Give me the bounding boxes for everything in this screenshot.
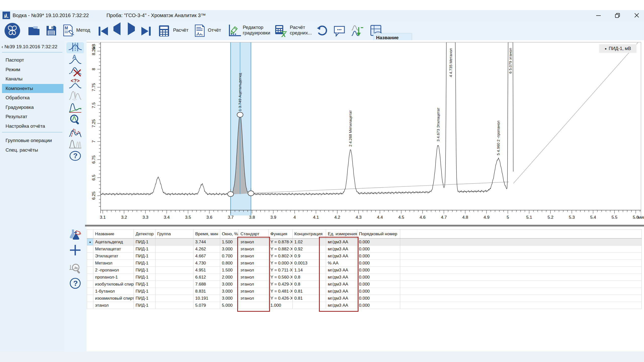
cell-1-4: 3.000 — [220, 246, 239, 253]
sidebar-item-5[interactable]: Градуировка — [2, 103, 63, 112]
cell-5-6: Y = 0.560·X — [269, 274, 293, 281]
x-tick-label: 4.2 — [334, 215, 340, 220]
butterfly-logo-icon — [5, 23, 20, 39]
row-marker — [87, 295, 93, 302]
help-button[interactable]: ? — [66, 151, 84, 162]
close-button[interactable] — [633, 12, 640, 19]
divider — [2, 52, 62, 53]
minimize-button[interactable] — [595, 12, 602, 19]
comment-button[interactable] — [334, 26, 345, 38]
calibration-editor-button[interactable] — [228, 24, 242, 38]
calculate-button-label[interactable]: Расчёт — [173, 27, 188, 33]
go-first-button[interactable] — [99, 27, 108, 36]
table-row-7[interactable]: 1-бутанолПИД-18.8313.000этанолY = 0.481·… — [87, 288, 642, 295]
cell-5-4: 2.000 — [220, 274, 239, 281]
table-row-3[interactable]: МетанолПИД-14.7300.800этанолY = 0.000·X0… — [87, 260, 642, 267]
split-peaks-button[interactable]: <|> — [66, 90, 84, 102]
peak-subtract-icon — [351, 25, 364, 38]
main-toolbar: M Метод — [0, 21, 644, 41]
report-button-label[interactable]: Отчёт — [208, 27, 221, 33]
cell-9-2 — [155, 302, 193, 309]
baseline-handle-left[interactable] — [228, 192, 234, 197]
sidebar-item-4[interactable]: Обработка — [2, 93, 63, 102]
row-marker — [87, 274, 93, 281]
overlay-peaks-button[interactable] — [66, 127, 84, 138]
component-tag-button[interactable] — [66, 230, 84, 241]
horizontal-splitter[interactable] — [85, 225, 644, 227]
cell-6-3: 7.688 — [193, 281, 220, 288]
find-peak-button[interactable] — [66, 115, 84, 126]
add-component-button[interactable] — [66, 245, 84, 256]
unknown-peak-icon: <?> — [69, 78, 82, 90]
help-button-2[interactable]: ? — [66, 278, 84, 289]
method-button[interactable]: M — [63, 24, 75, 38]
calc-means-button[interactable]: X — [275, 25, 288, 38]
column-header-4[interactable]: Окно, % — [220, 230, 239, 239]
cell-5-1: ПИД-1 — [134, 274, 155, 281]
compare-peaks-button[interactable] — [66, 139, 84, 150]
calibration-editor-label[interactable]: Редакторградуировки — [243, 25, 270, 36]
sidebar-extra-item-1[interactable]: Спец. расчёты — [2, 146, 63, 155]
cell-1-6: Y = 0.882·X — [269, 246, 293, 253]
table-row-4[interactable]: 2 -пропанолПИД-14.9511.500этанолY = 0.71… — [87, 267, 642, 274]
table-row-1[interactable]: МетилацетатПИД-14.2623.000этанолY = 0.88… — [87, 246, 642, 253]
calculate-button[interactable] — [158, 25, 170, 38]
cell-4-3: 4.951 — [193, 267, 220, 274]
calc-means-label[interactable]: Расчётсредних... — [290, 25, 312, 36]
table-row-6[interactable]: изобутиловый спиртПИД-17.6883.000этанолY… — [87, 281, 642, 288]
go-last-button[interactable] — [141, 27, 151, 36]
baseline-handle-right[interactable] — [248, 191, 254, 196]
column-header-9[interactable]: Порядковый номер — [357, 230, 400, 239]
restore-button[interactable] — [614, 12, 621, 19]
subtract-peak-button[interactable] — [351, 25, 364, 38]
save-button[interactable] — [46, 25, 57, 37]
column-header-3[interactable]: Время, мин — [193, 230, 220, 239]
column-header-2[interactable]: Группа — [155, 230, 193, 239]
method-button-label[interactable]: Метод — [76, 27, 90, 33]
x-tick-label: 5.4 — [590, 215, 596, 220]
sidebar-extra-item-0[interactable]: Групповые операции — [2, 136, 63, 145]
divider — [2, 132, 62, 132]
peak-window-button[interactable] — [66, 42, 84, 53]
open-file-button[interactable] — [28, 26, 40, 37]
cell-8-4: 3.000 — [220, 295, 239, 302]
report-button[interactable] — [194, 24, 205, 38]
column-header-6[interactable]: Функция — [269, 230, 293, 239]
analysis-header[interactable]: ‹ №39 19.10.2016 7:32:22 — [2, 44, 57, 50]
sidebar-item-6[interactable]: Результат — [2, 112, 63, 121]
sidebar-item-7[interactable]: Настройка отчёта — [2, 122, 63, 131]
sidebar-item-0[interactable]: Паспорт — [2, 56, 63, 65]
table-row-8[interactable]: изоамиловый спиртПИД-110.1913.000этанолY… — [87, 295, 642, 302]
sidebar-item-1[interactable]: Режим — [2, 65, 63, 74]
table-row-2[interactable]: ЭтилацетатПИД-14.6670.700этанолY = 0.802… — [87, 253, 642, 260]
cell-empty — [400, 302, 642, 309]
go-next-button[interactable] — [128, 27, 135, 31]
sidebar-item-2[interactable]: Каналы — [2, 74, 63, 83]
delete-peak-button[interactable] — [66, 66, 84, 77]
sidebar-item-3[interactable]: Компоненты — [2, 84, 63, 93]
search-chromatogram-button[interactable] — [66, 263, 84, 274]
column-header-1[interactable]: Детектор — [134, 230, 155, 239]
cell-0-2 — [155, 239, 193, 246]
table-row-9[interactable]: этанолПИД-15.0795.0001.000мг/дм3 АА0.000 — [87, 302, 642, 309]
table-row-0[interactable]: ●АцетальдегидПИД-13.7441.500этанолY = 0.… — [87, 239, 642, 246]
previous-icon — [113, 27, 120, 31]
cell-6-4: 3.000 — [220, 281, 239, 288]
app-logo-button[interactable] — [5, 23, 20, 39]
unknown-peak-button[interactable]: <?> — [66, 78, 84, 89]
row-marker: ● — [87, 239, 93, 246]
cell-8-1: ПИД-1 — [134, 295, 155, 302]
column-header-0[interactable]: Название — [93, 230, 134, 239]
x-tick-label: 4.6 — [420, 215, 426, 220]
undo-button[interactable] — [316, 25, 329, 38]
go-previous-button[interactable] — [113, 27, 120, 31]
chromatogram-plot[interactable]: 3.13.23.33.43.53.63.73.83.944.14.24.34.4… — [87, 40, 644, 224]
apex-handle[interactable] — [237, 112, 243, 117]
cell-3-3: 4.730 — [193, 260, 220, 267]
annotate-peak-button[interactable]: A — [66, 54, 84, 65]
table-row-5[interactable]: пропанол-1ПИД-16.6122.000этанолY = 0.560… — [87, 274, 642, 281]
baseline-edit-button[interactable] — [66, 103, 84, 114]
cell-empty — [400, 246, 642, 253]
calc-means-icon: X — [275, 25, 288, 38]
undo-icon — [316, 25, 329, 38]
